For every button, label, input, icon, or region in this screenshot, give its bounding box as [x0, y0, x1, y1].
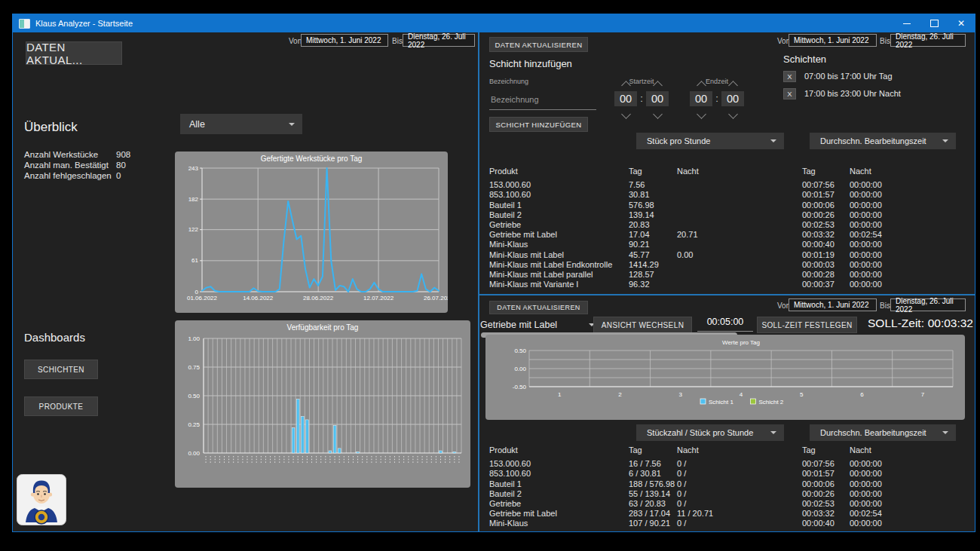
- table-cell: 0.00: [677, 250, 802, 260]
- metric-dropdown-count-value: Stück pro Stunde: [647, 136, 710, 145]
- app-window: Klaus Analyzer - Startseite ✕ DATEN AKTU…: [12, 14, 975, 532]
- decrement-start-minute-icon[interactable]: [653, 109, 663, 119]
- svg-text:2: 2: [618, 391, 622, 398]
- table-cell: 00:00:00: [850, 201, 966, 210]
- stat-row: Anzahl fehlgeschlagen0: [24, 170, 175, 181]
- table-cell: Getriebe: [489, 499, 629, 509]
- bis-date-input-shifts[interactable]: Dienstag, 26. Juli 2022: [890, 34, 966, 47]
- table-cell: 55 / 139.14: [629, 489, 677, 499]
- table-cell: [677, 240, 802, 249]
- start-hour-field[interactable]: 00: [614, 91, 637, 106]
- table-cell: 283 / 17.04: [629, 509, 677, 519]
- table-cell: 00:01:57: [802, 469, 850, 479]
- von-date-input-shifts[interactable]: Mittwoch, 1. Juni 2022: [789, 34, 877, 47]
- svg-text:Schicht 1: Schicht 1: [709, 399, 733, 406]
- title-bar: Klaus Analyzer - Startseite ✕: [13, 14, 975, 32]
- add-shift-button[interactable]: SCHICHT HINZUFÜGEN: [489, 117, 588, 132]
- shift-name-input[interactable]: [489, 90, 596, 110]
- table-cell: 96.32: [629, 280, 677, 289]
- shifts-dashboard-button[interactable]: SCHICHTEN: [24, 360, 98, 379]
- remove-shift-button[interactable]: X: [783, 71, 796, 82]
- svg-text:1: 1: [558, 391, 562, 398]
- metric-dropdown-time[interactable]: Durchschn. Bearbeitungszeit: [810, 133, 956, 149]
- table-cell: 00:00:06: [802, 201, 850, 210]
- refresh-data-button-main[interactable]: DATEN AKTUAL...: [26, 41, 122, 65]
- product-select-dropdown[interactable]: Getriebe mit Label: [480, 317, 595, 333]
- table-cell: 00:02:54: [850, 230, 966, 240]
- remove-shift-button[interactable]: X: [783, 88, 796, 99]
- close-button[interactable]: ✕: [948, 14, 975, 32]
- table-cell: 00:00:00: [850, 190, 966, 200]
- bis-date-input-product[interactable]: Dienstag, 26. Juli 2022: [890, 298, 966, 311]
- table-cell: Mini-Klaus mit Label Endkontrolle: [489, 260, 629, 270]
- decrement-start-hour-icon[interactable]: [621, 109, 631, 119]
- table-cell: 63 / 20.83: [629, 499, 677, 509]
- table-row: Getriebe mit Label283 / 17.0411 / 20.710…: [489, 509, 966, 519]
- table-cell: 0 /: [677, 479, 802, 489]
- bis-date-input-left[interactable]: Dienstag, 26. Juli 2022: [403, 34, 475, 47]
- table-cell: 00:00:26: [802, 210, 850, 220]
- shift-list-item: X07:00 bis 17:00 Uhr Tag: [783, 70, 901, 82]
- table-cell: 188 / 576.98: [629, 479, 677, 489]
- add-shift-title: Schicht hinzufügen: [489, 58, 572, 69]
- klaus-mascot-icon: [17, 474, 66, 525]
- table-row: Bauteil 255 / 139.140 /00:00:2600:00:00: [489, 489, 966, 499]
- von-date-input-left[interactable]: Mittwoch, 1. Juni 2022: [301, 34, 388, 47]
- table-cell: 853.100.60: [489, 469, 629, 479]
- table-cell: 0 /: [677, 499, 802, 509]
- table-cell: 153.000.60: [489, 459, 629, 469]
- bis-label: Bis: [880, 37, 890, 45]
- end-minute-field[interactable]: 00: [721, 91, 744, 106]
- metric-dropdown-time-product[interactable]: Durchschn. Bearbeitungszeit: [810, 424, 956, 441]
- window-title: Klaus Analyzer - Startseite: [35, 19, 133, 28]
- table-cell: 11 / 20.71: [677, 509, 802, 519]
- decrement-end-minute-icon[interactable]: [728, 109, 738, 119]
- refresh-data-button-shifts[interactable]: DATEN AKTUALISIEREN: [489, 37, 588, 52]
- bar-chart-svg: Verfügbarkeit pro Tag0.000.250.500.751.0…: [175, 320, 470, 488]
- svg-text:3: 3: [678, 391, 682, 398]
- table-cell: 45.77: [629, 250, 677, 260]
- end-hour-field[interactable]: 00: [690, 91, 712, 106]
- maximize-icon: [930, 20, 939, 27]
- table-cell: 00:00:06: [802, 479, 850, 489]
- metric-dropdown-count[interactable]: Stück pro Stunde: [636, 133, 784, 149]
- decrement-end-hour-icon[interactable]: [697, 109, 706, 119]
- set-target-time-button[interactable]: SOLL-ZEIT FESTLEGEN: [757, 317, 857, 333]
- column-header: Nacht: [677, 167, 802, 176]
- table-row: Mini-Klaus90.2100:00:4000:00:00: [489, 240, 966, 249]
- minimize-icon: [903, 23, 911, 24]
- minimize-button[interactable]: [893, 14, 920, 32]
- metric-dropdown-count-product[interactable]: Stückzahl / Stück pro Stunde: [636, 424, 784, 441]
- table-cell: 00:00:40: [802, 240, 850, 249]
- refresh-data-button-product[interactable]: DATEN AKTUALISIEREN: [489, 301, 588, 314]
- product-filter-dropdown[interactable]: Alle: [180, 114, 302, 134]
- target-time-value: 00:03:32: [917, 317, 973, 330]
- von-label: Von: [289, 37, 302, 45]
- chevron-down-icon: [942, 139, 948, 142]
- table-row: Mini-Klaus mit Label parallel128.5700:00…: [489, 270, 966, 280]
- products-dashboard-button[interactable]: PRODUKTE: [24, 396, 98, 416]
- svg-text:1.00: 1.00: [188, 335, 200, 342]
- table-cell: [677, 210, 802, 220]
- svg-text:5: 5: [800, 391, 804, 398]
- von-date-input-product[interactable]: Mittwoch, 1. Juni 2022: [789, 298, 877, 311]
- table-row: 153.000.6016 / 7.560 /00:07:5600:00:00: [489, 459, 966, 469]
- table-cell: [677, 180, 802, 190]
- switch-view-button[interactable]: ANSICHT WECHSELN: [593, 317, 692, 333]
- table-cell: 00:00:37: [802, 280, 850, 289]
- table-cell: 0 /: [677, 489, 802, 499]
- column-header: Tag: [802, 167, 850, 176]
- table-cell: 153.000.60: [489, 180, 629, 190]
- stat-value: 80: [116, 160, 175, 170]
- start-minute-field[interactable]: 00: [646, 91, 669, 106]
- table-cell: Getriebe mit Label: [489, 509, 629, 519]
- target-time-input[interactable]: 00:05:00: [697, 314, 753, 332]
- panel-divider-vertical: [478, 32, 479, 531]
- table-row: Mini-Klaus107 / 90.210 /00:00:4000:00:00: [489, 519, 966, 528]
- table-row: Getriebe63 / 20.830 /00:02:5300:00:00: [489, 499, 966, 509]
- time-colon: :: [639, 93, 645, 104]
- table-cell: 20.71: [677, 230, 802, 240]
- svg-text:Schicht 2: Schicht 2: [758, 399, 783, 406]
- stat-row: Anzahl Werkstücke908: [24, 149, 175, 160]
- maximize-button[interactable]: [920, 14, 948, 32]
